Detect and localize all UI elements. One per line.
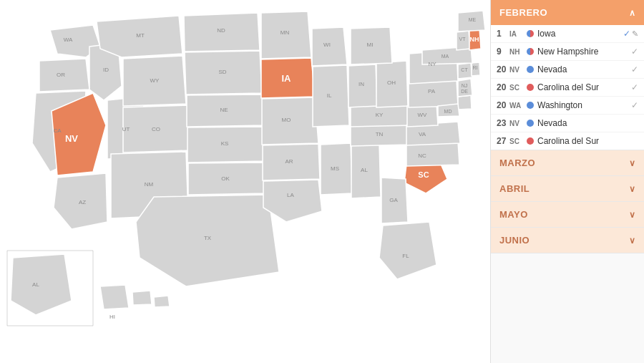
label-ut: UT	[122, 126, 130, 132]
state-hi2[interactable]	[132, 291, 152, 305]
month-section-marzo: MARZO∨	[491, 150, 644, 176]
label-nm: NM	[145, 181, 154, 188]
event-state-name: Nevada	[537, 118, 638, 128]
month-header-febrero[interactable]: FEBRERO∧	[491, 0, 644, 25]
event-row[interactable]: 27SCCarolina del Sur	[491, 132, 644, 150]
party-dot	[527, 30, 534, 37]
label-ct: CT	[461, 67, 468, 72]
label-nd: ND	[217, 27, 225, 34]
label-nj: NJ	[462, 83, 468, 88]
party-dot	[527, 48, 534, 55]
month-title: ABRIL	[499, 183, 530, 194]
label-oh: OH	[387, 79, 396, 86]
label-mo: MO	[282, 117, 291, 123]
label-md: MD	[444, 109, 452, 114]
label-ok: OK	[221, 175, 230, 182]
label-tx: TX	[204, 235, 212, 241]
label-tn: TN	[376, 131, 384, 137]
state-fl[interactable]	[379, 222, 436, 279]
label-ri: RI	[473, 65, 478, 70]
month-header-abril[interactable]: ABRIL∨	[491, 176, 644, 201]
event-day: 27	[497, 136, 509, 146]
label-al: AL	[361, 167, 368, 173]
chevron-icon: ∨	[629, 158, 636, 168]
event-day: 9	[497, 47, 509, 57]
state-ak[interactable]	[11, 254, 72, 315]
label-pa: PA	[428, 88, 436, 95]
label-nc: NC	[418, 153, 426, 159]
label-ks: KS	[221, 140, 229, 147]
event-abbr: NV	[509, 120, 527, 127]
label-sc: SC	[418, 170, 429, 179]
label-ca: CA	[53, 127, 62, 134]
label-or: OR	[57, 72, 65, 78]
event-row[interactable]: 1IAIowa✓✎	[491, 25, 644, 43]
label-ia: IA	[282, 73, 292, 84]
month-section-junio: JUNIO∨	[491, 228, 644, 253]
edit-icon[interactable]: ✎	[632, 29, 638, 39]
state-hi3[interactable]	[154, 296, 170, 307]
party-dot	[527, 120, 534, 127]
label-ma: MA	[441, 54, 449, 59]
label-id: ID	[103, 67, 109, 73]
label-mi: MI	[367, 42, 374, 48]
label-de: DE	[461, 89, 468, 94]
event-state-name: Nevada	[537, 64, 629, 74]
state-la[interactable]	[263, 180, 322, 222]
month-header-mayo[interactable]: MAYO∨	[491, 202, 644, 227]
label-il: IL	[327, 92, 332, 99]
event-day: 20	[497, 64, 509, 74]
event-abbr: SC	[509, 137, 527, 145]
party-dot	[527, 102, 534, 109]
event-abbr: SC	[509, 84, 527, 92]
label-ar: AR	[285, 158, 293, 165]
event-day: 20	[497, 82, 509, 92]
label-ak: AL	[32, 281, 39, 288]
event-row[interactable]: 9NHNew Hampshire✓	[491, 43, 644, 61]
event-row[interactable]: 20NVNevada✓	[491, 61, 644, 79]
event-row[interactable]: 23NVNevada	[491, 115, 644, 132]
label-wy: WY	[150, 77, 160, 84]
label-ms: MS	[331, 165, 339, 172]
label-la: LA	[287, 192, 294, 198]
label-sd: SD	[218, 69, 226, 75]
chevron-icon: ∧	[629, 8, 636, 18]
label-nh: NH	[470, 36, 479, 43]
label-ny: NY	[428, 61, 436, 67]
month-title: MARZO	[499, 158, 535, 168]
event-state-name: Iowa	[537, 29, 621, 39]
us-map: NV IA SC NH WA OR CA ID UT AZ MT WY CO N…	[0, 0, 490, 363]
chevron-icon: ∨	[629, 184, 636, 194]
month-header-marzo[interactable]: MARZO∨	[491, 150, 644, 175]
event-row[interactable]: 20SCCarolina del Sur✓	[491, 79, 644, 97]
chevron-icon: ∨	[629, 236, 636, 246]
label-wi: WI	[323, 42, 331, 48]
chevron-icon: ∨	[629, 210, 636, 220]
check-icon: ✓	[631, 47, 638, 57]
label-in: IN	[358, 81, 364, 87]
month-title: FEBRERO	[499, 7, 547, 18]
label-vt: VT	[459, 37, 467, 42]
label-me: ME	[469, 17, 477, 22]
month-title: JUNIO	[499, 235, 530, 246]
event-day: 23	[497, 118, 509, 128]
label-wa: WA	[64, 37, 73, 43]
month-section-mayo: MAYO∨	[491, 202, 644, 228]
month-section-febrero: FEBRERO∧1IAIowa✓✎9NHNew Hampshire✓20NVNe…	[491, 0, 644, 150]
label-mn: MN	[280, 29, 290, 36]
event-abbr: WA	[509, 102, 527, 110]
event-state-name: Washington	[537, 100, 629, 110]
label-ky: KY	[376, 112, 384, 118]
check-icon: ✓	[623, 29, 630, 39]
label-az: AZ	[79, 199, 86, 205]
state-hi[interactable]	[100, 285, 129, 309]
party-dot	[527, 137, 534, 145]
month-section-abril: ABRIL∨	[491, 176, 644, 202]
event-state-name: Carolina del Sur	[537, 82, 629, 92]
map-area: NV IA SC NH WA OR CA ID UT AZ MT WY CO N…	[0, 0, 490, 363]
state-de[interactable]	[458, 95, 472, 110]
event-row[interactable]: 20WAWashington✓	[491, 97, 644, 115]
party-dot	[527, 66, 534, 73]
month-header-junio[interactable]: JUNIO∨	[491, 228, 644, 253]
label-co: CO	[152, 126, 160, 132]
